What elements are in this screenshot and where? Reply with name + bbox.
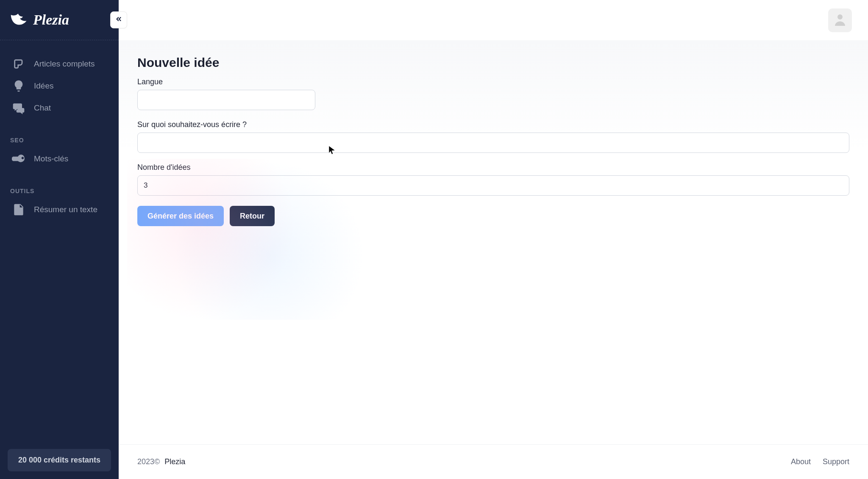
- sidebar-item-label: Résumer un texte: [34, 205, 97, 214]
- footer-copyright: 2023© Plezia: [137, 457, 185, 466]
- blog-icon: [10, 55, 27, 72]
- key-icon: [10, 150, 27, 167]
- topic-input[interactable]: [137, 133, 849, 153]
- sidebar-item-ideas[interactable]: Idées: [10, 75, 108, 97]
- content-area: Nouvelle idée Langue Sur quoi souhaitez-…: [119, 40, 868, 444]
- lightbulb-icon: [10, 78, 27, 94]
- sidebar-item-summarize[interactable]: Résumer un texte: [10, 199, 108, 221]
- logo-text: Plezia: [33, 12, 69, 28]
- sidebar: Plezia Articles complets Idées Chat SEO: [0, 0, 119, 479]
- footer-support-link[interactable]: Support: [823, 457, 849, 466]
- sidebar-item-label: Articles complets: [34, 59, 95, 69]
- document-icon: [10, 201, 27, 218]
- language-select[interactable]: [137, 90, 315, 110]
- field-topic: Sur quoi souhaitez-vous écrire ?: [137, 120, 849, 153]
- back-button[interactable]: Retour: [230, 206, 275, 226]
- sidebar-item-chat[interactable]: Chat: [10, 97, 108, 119]
- sidebar-item-label: Chat: [34, 103, 51, 113]
- chevron-double-left-icon: [115, 15, 122, 25]
- collapse-sidebar-button[interactable]: [110, 11, 127, 28]
- sidebar-item-keywords[interactable]: Mots-clés: [10, 148, 108, 170]
- credits-remaining-badge: 20 000 crédits restants: [8, 449, 111, 471]
- chat-icon: [10, 100, 27, 116]
- sidebar-item-articles[interactable]: Articles complets: [10, 53, 108, 75]
- user-icon: [832, 12, 848, 29]
- footer-links: About Support: [791, 457, 849, 466]
- svg-point-0: [837, 14, 843, 19]
- sidebar-section-tools: OUTILS: [10, 188, 108, 194]
- logo-bird-icon: [10, 12, 30, 28]
- sidebar-nav: Articles complets Idées Chat SEO Mots-cl…: [0, 40, 119, 441]
- sidebar-item-label: Mots-clés: [34, 154, 68, 163]
- field-language: Langue: [137, 78, 849, 110]
- action-buttons: Générer des idées Retour: [137, 206, 849, 226]
- footer-year: 2023©: [137, 457, 160, 466]
- count-input[interactable]: [137, 175, 849, 196]
- logo[interactable]: Plezia: [10, 12, 69, 28]
- footer-brand: Plezia: [164, 457, 185, 466]
- topbar: [119, 0, 868, 40]
- logo-area: Plezia: [0, 0, 119, 40]
- footer: 2023© Plezia About Support: [119, 444, 868, 479]
- field-count: Nombre d'idées: [137, 163, 849, 196]
- topic-label: Sur quoi souhaitez-vous écrire ?: [137, 120, 849, 129]
- user-avatar-button[interactable]: [828, 8, 852, 32]
- count-label: Nombre d'idées: [137, 163, 849, 172]
- language-label: Langue: [137, 78, 849, 86]
- footer-about-link[interactable]: About: [791, 457, 811, 466]
- main-area: Nouvelle idée Langue Sur quoi souhaitez-…: [119, 0, 868, 479]
- page-title: Nouvelle idée: [137, 55, 849, 70]
- sidebar-section-seo: SEO: [10, 137, 108, 144]
- sidebar-item-label: Idées: [34, 81, 53, 91]
- generate-ideas-button[interactable]: Générer des idées: [137, 206, 224, 226]
